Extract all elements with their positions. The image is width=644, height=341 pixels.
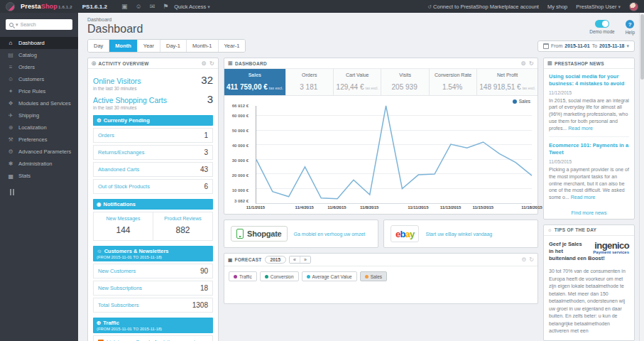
stat-link[interactable]: Online Visitors (93, 77, 141, 85)
article-title-link[interactable]: Ecommerce 101: Payments in a Tweet (549, 142, 629, 156)
sidebar-item[interactable]: ≡ Orders (0, 61, 78, 73)
topbar: PrestaShop1.6.1.2 PS1.6.1.2 ▣ ☺ ✉ ⚑ Quic… (0, 0, 644, 13)
gear-icon[interactable]: ⚙ (202, 60, 207, 67)
kpi-label: Orders (288, 72, 331, 77)
kpi-label: Sales (227, 72, 283, 77)
tips-of-the-day-panel: ☼ TIPS OF THE DAY ingenico Payment servi… (543, 224, 635, 341)
cart-icon[interactable]: ▣ (121, 3, 128, 10)
row-link[interactable]: Abandoned Carts (98, 166, 139, 173)
cell-value: 144 (95, 225, 151, 235)
sidebar-item[interactable]: ✈ Shipping (0, 109, 78, 121)
period-tab[interactable]: Month (109, 40, 138, 52)
sidebar-item[interactable]: ❖ Modules and Services (0, 97, 78, 109)
sidebar-item[interactable]: ✦ Price Rules (0, 85, 78, 97)
cell-link[interactable]: Product Reviews (155, 216, 211, 221)
scrollbar-thumb[interactable] (640, 14, 644, 80)
kpi-cell[interactable]: Net Profit 148 918,51 €tax excl. (477, 69, 537, 95)
gear-icon[interactable]: ⚙ (521, 60, 526, 67)
page-scrollbar[interactable] (639, 13, 644, 341)
find-more-news-link[interactable]: Find more news (544, 210, 634, 215)
row-link[interactable]: Out of Stock Products (98, 183, 150, 190)
read-more-link[interactable]: Read more (568, 126, 593, 131)
marketplace-connect-link[interactable]: ↺ Connect to PrestaShop Marketplace acco… (427, 4, 539, 10)
refresh-icon[interactable]: ↻ (209, 60, 214, 67)
sidebar-collapse-button[interactable] (10, 189, 78, 195)
row-link[interactable]: Orders (98, 132, 114, 139)
stat-subtitle: in the last 30 minutes (93, 86, 213, 91)
pin-icon[interactable]: ⚑ (163, 3, 168, 10)
demo-mode-toggle[interactable]: Demo mode (589, 20, 614, 35)
avatar[interactable] (629, 2, 638, 11)
customers-rows: New Customers 90 New Subscriptions 18 To… (93, 264, 213, 313)
next-year-button[interactable]: » (300, 256, 310, 263)
previous-year-button[interactable]: « (290, 256, 300, 263)
messages-icon[interactable]: ✉ (150, 3, 155, 10)
search-icon (9, 23, 13, 27)
row-value: 43 (200, 166, 208, 173)
forecast-legend-toggle[interactable]: Conversion (260, 271, 299, 281)
breadcrumb[interactable]: Dashboard (87, 17, 143, 22)
sidebar-item[interactable]: ▅ Stats (0, 170, 78, 182)
toggle-on-icon[interactable] (595, 20, 609, 28)
stat-link[interactable]: Active Shopping Carts (93, 96, 167, 104)
shopgate-link[interactable]: Ga mobiel en verhoog uw omzet (294, 232, 366, 237)
user-menu[interactable]: PrestaShop User ▾ (576, 4, 621, 10)
kpi-label: Net Profit (479, 72, 535, 77)
dashboard-panel: ▣ DASHBOARD ⚙ ↻ Sales 411 759,00 €tax ex… (224, 58, 538, 215)
ebay-logo: ebay (391, 225, 419, 242)
ebay-link[interactable]: Start uw eBay winkel vandaag (425, 232, 492, 237)
date-from: 2015-11-01 (564, 43, 589, 48)
help-button[interactable]: ? Help (626, 20, 635, 35)
help-icon[interactable]: ? (626, 20, 634, 28)
activity-overview-panel: ◎ ACTIVITY OVERVIEW ⚙ ↻ Online Visitors … (87, 58, 219, 341)
date-range-button[interactable]: From 2015-11-01 To 2015-11-18 ▾ (537, 40, 635, 52)
kpi-cell[interactable]: Sales 411 759,00 €tax excl. (224, 69, 286, 95)
quick-access-menu[interactable]: Quick Access ▾ (174, 4, 210, 10)
customers-notifications-icon[interactable]: ☺ (135, 3, 141, 10)
article-title-link[interactable]: Using social media for your business: 4 … (549, 73, 629, 87)
sidebar-item[interactable]: ⊕ Localization (0, 121, 78, 134)
kpi-label: Visits (383, 72, 426, 77)
search-input[interactable] (21, 22, 62, 27)
kpi-note: tax excl. (366, 86, 378, 90)
sidebar-item[interactable]: ▤ Catalog (0, 49, 78, 61)
prestashop-logo (6, 2, 15, 11)
sidebar-item-label: Catalog (18, 52, 37, 58)
read-more-link[interactable]: Read more (571, 195, 596, 200)
forecast-legend-toggle[interactable]: Sales (360, 271, 387, 281)
row-link[interactable]: New Customers (98, 268, 136, 274)
my-shop-link[interactable]: My shop (547, 4, 567, 10)
row-link[interactable]: Total Subscribers (98, 302, 139, 308)
period-tab[interactable]: Month-1 (187, 40, 219, 52)
kpi-cell[interactable]: Conversion Rate 1.54% (430, 69, 477, 95)
gear-icon[interactable]: ⚙ (521, 256, 526, 263)
cell-link[interactable]: New Messages (95, 216, 151, 221)
period-tab[interactable]: Year (138, 40, 160, 52)
period-tab[interactable]: Year-1 (219, 40, 246, 52)
prestashop-news-panel: ▤ PRESTASHOP NEWS Using social media for… (543, 58, 635, 220)
refresh-icon[interactable]: ↻ (529, 256, 534, 263)
kpi-cell[interactable]: Cart Value 129,44 €tax excl. (334, 69, 381, 95)
sidebar-search[interactable]: ▾ (6, 19, 72, 30)
sidebar-item[interactable]: ☺ Customers (0, 73, 78, 85)
forecast-legend-toggle[interactable]: Average Cart Value (302, 271, 357, 281)
article-date: 11/12/2015 (549, 90, 629, 95)
sidebar-item-label: Price Rules (18, 88, 45, 94)
kpi-cell[interactable]: Visits 205 939 (381, 69, 429, 95)
refresh-icon[interactable]: ↻ (529, 60, 534, 67)
google-analytics-row: Link to your Google Analytics account (93, 335, 213, 341)
sidebar-item[interactable]: ⌂ Dashboard (0, 37, 78, 49)
sidebar-item[interactable]: ⚒ Preferences (0, 134, 78, 146)
period-tab[interactable]: Day-1 (160, 40, 187, 52)
forecast-year-badge[interactable]: 2015 (265, 256, 286, 264)
kpi-cell[interactable]: Orders 3 181 (286, 69, 334, 95)
row-link[interactable]: New Subscriptions (98, 285, 142, 291)
sidebar-item[interactable]: ⚙ Advanced Parameters (0, 146, 78, 158)
news-list: Using social media for your business: 4 … (544, 69, 634, 204)
row-link[interactable]: Returns/Exchanges (98, 149, 144, 156)
sidebar-nav: ⌂ Dashboard ▤ Catalog ≡ Orders ☺ Custome… (0, 37, 78, 182)
period-tab[interactable]: Day (88, 40, 109, 52)
forecast-legend-toggle[interactable]: Traffic (229, 271, 257, 281)
sidebar-item[interactable]: ✱ Administration (0, 158, 78, 170)
pending-row: Out of Stock Products 6 (93, 179, 213, 194)
